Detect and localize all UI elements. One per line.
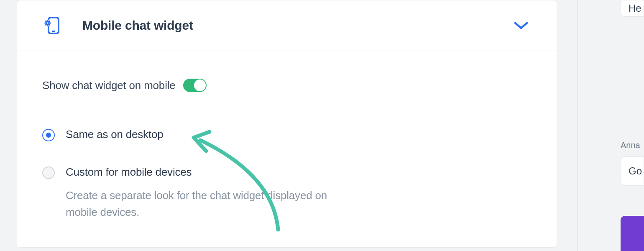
svg-line-10	[46, 24, 46, 25]
mobile-gear-icon	[42, 16, 61, 35]
radio-same-as-desktop[interactable]	[42, 129, 55, 141]
svg-line-9	[49, 21, 50, 22]
radio-label-custom-mobile: Custom for mobile devices	[66, 166, 532, 179]
preview-purple-block	[621, 216, 644, 251]
radio-custom-mobile[interactable]	[42, 166, 55, 179]
preview-top-card: He	[621, 0, 644, 17]
svg-line-8	[46, 21, 46, 22]
radio-label-same-as-desktop: Same as on desktop	[66, 128, 532, 141]
right-preview-area: He Anna Go	[579, 0, 644, 251]
panel-header[interactable]: Mobile chat widget	[17, 0, 557, 51]
svg-line-11	[49, 24, 50, 25]
show-widget-label: Show chat widget on mobile	[42, 79, 176, 92]
show-widget-toggle-row: Show chat widget on mobile	[42, 79, 532, 92]
vertical-divider	[577, 0, 578, 251]
chevron-down-icon[interactable]	[514, 21, 528, 30]
radio-row-same-as-desktop[interactable]: Same as on desktop	[42, 128, 532, 141]
radio-description-custom-mobile: Create a separate look for the chat widg…	[66, 187, 350, 221]
radio-content: Same as on desktop	[66, 128, 532, 141]
preview-top-text: He	[629, 3, 641, 14]
preview-mid-text: Go	[629, 165, 642, 177]
preview-name-label: Anna	[621, 141, 640, 150]
radio-row-custom-mobile[interactable]: Custom for mobile devices Create a separ…	[42, 166, 532, 221]
widget-mode-radio-group: Same as on desktop Custom for mobile dev…	[42, 128, 532, 221]
toggle-knob	[194, 79, 206, 91]
panel-body: Show chat widget on mobile Same as on de…	[17, 51, 557, 251]
panel-title: Mobile chat widget	[82, 18, 514, 33]
radio-content: Custom for mobile devices Create a separ…	[66, 166, 532, 221]
mobile-chat-widget-panel: Mobile chat widget Show chat widget on m…	[17, 0, 557, 248]
svg-rect-1	[52, 31, 55, 32]
preview-mid-card: Go	[621, 156, 644, 186]
show-widget-toggle[interactable]	[183, 79, 207, 92]
